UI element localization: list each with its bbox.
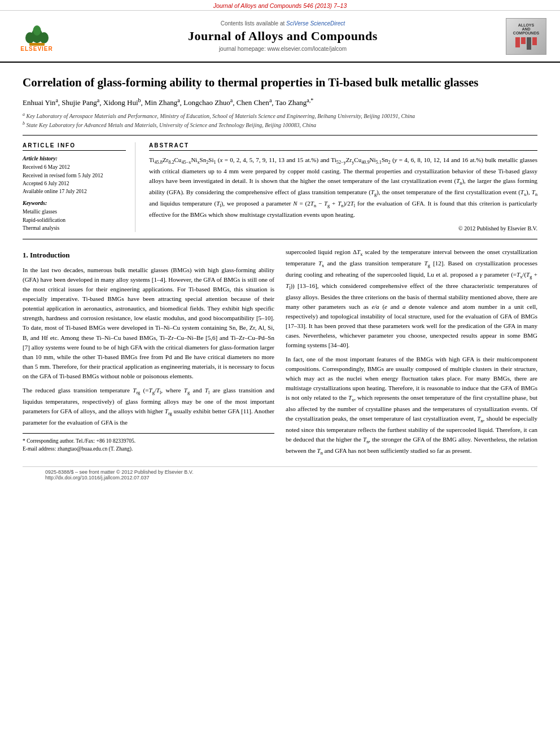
affiliation-a: a Key Laboratory of Aerospace Materials …: [23, 111, 537, 120]
logo-bar-1: [515, 37, 520, 47]
main-body: 1. Introduction In the last two decades,…: [23, 239, 537, 462]
abstract-text: Ti45.8Zr8.2Cu45−xNixSn2Si1 (x = 0, 2, 4,…: [149, 155, 537, 220]
right-para-1: supercooled liquid region ΔTx scaled by …: [286, 247, 537, 350]
article-title: Correlation of glass-forming ability to …: [23, 75, 537, 90]
contents-line: Contents lists available at SciVerse Sci…: [68, 20, 498, 27]
keyword-3: Thermal analysis: [23, 224, 126, 232]
elsevier-brand-text: ELSEVIER: [20, 46, 53, 52]
logo-bar-2: [521, 37, 526, 44]
logo-bar-4: [532, 37, 537, 45]
footnote-email: E-mail address: zhangtao@buaa.edu.cn (T.…: [23, 445, 274, 453]
received-revised-date: Received in revised form 5 July 2012: [23, 172, 126, 180]
article-info-title: ARTICLE INFO: [23, 142, 126, 151]
journal-center: Contents lists available at SciVerse Sci…: [62, 20, 504, 52]
footer-issn: 0925-8388/$ – see front matter © 2012 Pu…: [45, 469, 193, 475]
history-label: Article history:: [23, 155, 126, 161]
logo-box-text: ALLOYSANDCOMPOUNDS: [513, 23, 539, 35]
accepted-date: Accepted 6 July 2012: [23, 180, 126, 187]
keyword-2: Rapid-solidification: [23, 216, 126, 224]
logo-bar-3: [527, 37, 531, 50]
svg-point-2: [25, 32, 34, 43]
intro-para-2: The reduced glass transition temperature…: [23, 386, 274, 427]
content-area: Correlation of glass-forming ability to …: [0, 63, 560, 483]
authors-line: Enhuai Yina, Shujie Panga, Xidong Huib, …: [23, 97, 537, 107]
keywords-label: Keywords:: [23, 200, 126, 206]
info-abstract-row: ARTICLE INFO Article history: Received 6…: [23, 136, 537, 239]
abstract-col: ABSTRACT Ti45.8Zr8.2Cu45−xNixSn2Si1 (x =…: [149, 142, 537, 232]
footer-bar: 0925-8388/$ – see front matter © 2012 Pu…: [23, 466, 537, 483]
sciverse-link[interactable]: SciVerse ScienceDirect: [286, 20, 345, 27]
svg-point-3: [40, 32, 49, 43]
journal-ref-bar: Journal of Alloys and Compounds 546 (201…: [0, 0, 560, 11]
affiliation-b: b State Key Laboratory for Advanced Meta…: [23, 120, 537, 129]
journal-logo-box: ALLOYSANDCOMPOUNDS: [506, 18, 546, 55]
contents-text: Contents lists available at: [221, 20, 285, 27]
elsevier-tree-icon: [21, 24, 53, 46]
journal-logo-right: ALLOYSANDCOMPOUNDS: [504, 16, 549, 56]
journal-title: Journal of Alloys and Compounds: [68, 29, 498, 43]
footnote-corresponding: * Corresponding author. Tel./Fax: +86 10…: [23, 437, 274, 445]
svg-point-4: [33, 25, 41, 36]
logo-bars: [515, 37, 537, 50]
copyright-line: © 2012 Published by Elsevier B.V.: [149, 225, 537, 231]
journal-header: ELSEVIER Contents lists available at Sci…: [0, 11, 560, 63]
received-date: Received 6 May 2012: [23, 163, 126, 171]
article-title-section: Correlation of glass-forming ability to …: [23, 63, 537, 136]
right-para-2: In fact, one of the most important featu…: [286, 355, 537, 457]
abstract-title: ABSTRACT: [149, 142, 537, 151]
elsevier-logo: ELSEVIER: [11, 21, 62, 52]
journal-homepage: journal homepage: www.elsevier.com/locat…: [68, 46, 498, 52]
intro-para-1: In the last two decades, numerous bulk m…: [23, 265, 274, 381]
keyword-1: Metallic glasses: [23, 208, 126, 216]
footer-doi: http://dx.doi.org/10.1016/j.jallcom.2012…: [45, 475, 150, 480]
section1-heading: 1. Introduction: [23, 250, 274, 261]
affiliations: a Key Laboratory of Aerospace Materials …: [23, 111, 537, 130]
right-column: supercooled liquid region ΔTx scaled by …: [286, 247, 537, 462]
footnote-area: * Corresponding author. Tel./Fax: +86 10…: [23, 433, 274, 453]
article-info: ARTICLE INFO Article history: Received 6…: [23, 142, 135, 232]
available-date: Available online 17 July 2012: [23, 187, 126, 195]
journal-ref-text: Journal of Alloys and Compounds 546 (201…: [213, 2, 347, 9]
left-column: 1. Introduction In the last two decades,…: [23, 247, 274, 462]
